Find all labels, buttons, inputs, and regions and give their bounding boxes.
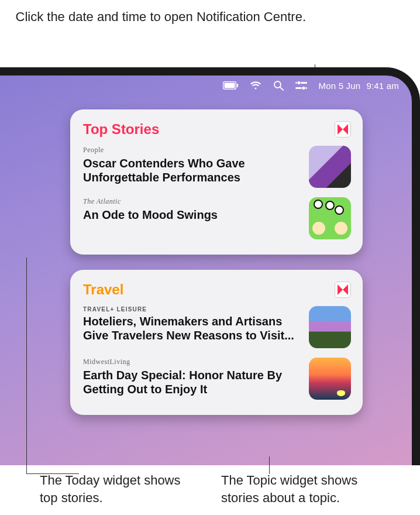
callout-notification-centre: Click the date and time to open Notifica… [16, 8, 307, 26]
story-thumbnail [309, 358, 351, 400]
menubar: Mon 5 Jun 9:41 am [0, 75, 412, 95]
story-source: MidwestLiving [83, 358, 302, 366]
story-text: MidwestLiving Earth Day Special: Honor N… [83, 358, 302, 396]
story-source: The Atlantic [83, 197, 302, 206]
news-story[interactable]: MidwestLiving Earth Day Special: Honor N… [83, 353, 351, 404]
svg-point-8 [301, 86, 305, 90]
story-thumbnail [309, 146, 351, 188]
news-story[interactable]: People Oscar Contenders Who Gave Unforge… [83, 141, 351, 193]
story-text: TRAVEL+ LEISURE Hoteliers, Winemakers an… [83, 306, 302, 342]
callout-line [26, 258, 79, 474]
story-source: TRAVEL+ LEISURE [83, 306, 302, 313]
news-story[interactable]: TRAVEL+ LEISURE Hoteliers, Winemakers an… [83, 301, 351, 353]
svg-rect-1 [224, 83, 235, 88]
news-story[interactable]: The Atlantic An Ode to Mood Swings [83, 193, 351, 244]
story-headline: Earth Day Special: Honor Nature By Getti… [83, 368, 302, 396]
story-thumbnail [309, 306, 351, 348]
apple-news-icon [335, 281, 351, 298]
apple-news-icon [335, 121, 351, 138]
search-icon[interactable] [273, 80, 284, 91]
svg-rect-2 [237, 84, 238, 87]
story-headline: Hoteliers, Winemakers and Artisans Give … [83, 314, 302, 342]
menubar-time: 9:41 am [366, 81, 399, 91]
menubar-date: Mon 5 Jun [319, 81, 361, 91]
story-text: People Oscar Contenders Who Gave Unforge… [83, 146, 302, 184]
topic-widget[interactable]: Travel TRAVEL+ LEISURE Hoteliers, Winema… [70, 270, 363, 415]
widget-header: Travel [83, 281, 351, 298]
control-centre-icon[interactable] [295, 81, 307, 90]
notification-centre-widgets: Top Stories People Oscar Contenders Who … [70, 109, 363, 430]
menubar-date-time[interactable]: Mon 5 Jun 9:41 am [319, 81, 399, 91]
today-widget[interactable]: Top Stories People Oscar Contenders Who … [70, 109, 363, 255]
story-text: The Atlantic An Ode to Mood Swings [83, 197, 302, 222]
widget-title: Top Stories [83, 121, 159, 138]
callout-today-widget: The Today widget shows top stories. [40, 472, 192, 506]
widget-header: Top Stories [83, 121, 351, 138]
callout-topic-widget: The Topic widget shows stories about a t… [221, 472, 397, 506]
svg-point-6 [297, 81, 300, 84]
svg-line-4 [280, 87, 283, 90]
story-thumbnail [309, 197, 351, 239]
story-source: People [83, 146, 302, 154]
story-headline: Oscar Contenders Who Gave Unforgettable … [83, 156, 302, 184]
widget-title: Travel [83, 281, 123, 298]
svg-point-3 [274, 81, 281, 88]
story-headline: An Ode to Mood Swings [83, 208, 302, 222]
battery-icon[interactable] [223, 81, 238, 90]
wifi-icon[interactable] [250, 81, 261, 90]
